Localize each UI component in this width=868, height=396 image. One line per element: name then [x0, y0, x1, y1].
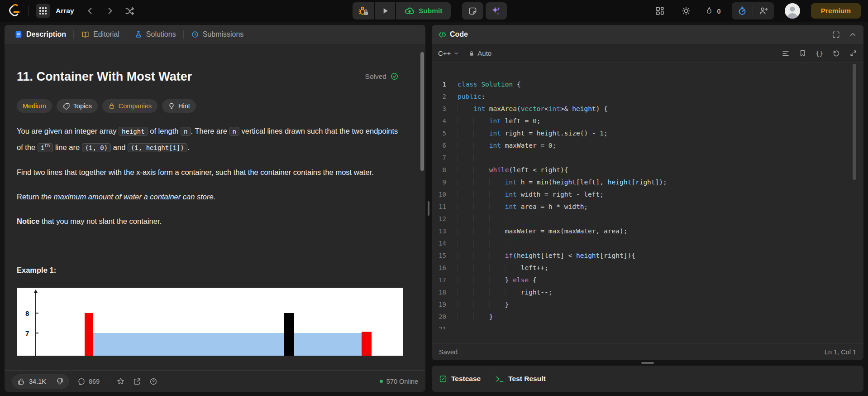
like-button[interactable]: 34.1K [17, 377, 46, 386]
debug-button[interactable] [353, 2, 374, 19]
format-code-button[interactable] [782, 49, 790, 58]
tag-row: Medium Topics Companies [17, 99, 405, 113]
reset-code-button[interactable] [832, 49, 840, 58]
hint-button[interactable]: Hint [162, 99, 196, 113]
stopwatch-icon [737, 6, 747, 16]
collaborate-button[interactable] [753, 2, 774, 19]
example-heading: Example 1: [17, 263, 405, 277]
share-button[interactable] [133, 377, 141, 386]
panel-resize-gutter[interactable] [425, 25, 432, 392]
code-line[interactable]: 12 [432, 213, 863, 225]
code-line[interactable]: 17 } else { [432, 274, 863, 286]
tab-submissions[interactable]: Submissions [188, 30, 247, 39]
fullscreen-icon [832, 30, 840, 39]
code-line[interactable]: 15 if(height[left] < height[right]){ [432, 250, 863, 262]
code-line[interactable]: 4 int left = 0; [432, 115, 863, 127]
layout-button[interactable] [652, 3, 668, 19]
check-circle-icon [390, 72, 399, 81]
chevron-left-icon [86, 6, 95, 15]
run-button[interactable] [375, 2, 395, 19]
code-line[interactable]: 13 maxWater = max(maxWater, area); [432, 225, 863, 237]
code-line[interactable]: 18 right--; [432, 286, 863, 299]
problem-paragraph: Find two lines that together with the x-… [17, 165, 405, 179]
language-selector[interactable]: C++ [438, 49, 459, 57]
code-line[interactable]: 16 left++; [432, 262, 863, 274]
code-line[interactable]: 10 int width = right - left; [432, 188, 863, 201]
leetcode-logo-icon[interactable] [7, 3, 21, 19]
play-icon [381, 6, 390, 15]
description-scrollbar[interactable] [420, 52, 424, 171]
console-resize-handle[interactable] [641, 362, 654, 364]
check-square-icon [439, 375, 447, 383]
submit-button[interactable]: Submit [396, 2, 451, 19]
collapse-panel-button[interactable] [849, 30, 857, 39]
companies-button[interactable]: Companies [102, 99, 157, 113]
person-add-icon [758, 6, 768, 16]
settings-button[interactable] [678, 3, 694, 19]
code-line[interactable]: 11 int area = h * width; [432, 201, 863, 213]
panel-resize-handle[interactable] [428, 201, 429, 216]
code-line[interactable]: 2public: [432, 91, 863, 103]
premium-button[interactable]: Premium [811, 3, 861, 19]
tab-test-result[interactable]: Test Result [496, 375, 545, 383]
tab-editorial[interactable]: Editorial [78, 30, 122, 39]
figure-y-axis [35, 292, 36, 356]
problem-paragraph: You are given an integer array height of… [17, 124, 405, 155]
bookmark-icon [799, 49, 806, 57]
problem-list-title[interactable]: Array [56, 7, 74, 15]
help-button[interactable] [149, 377, 157, 386]
favorite-button[interactable] [116, 377, 125, 386]
dislike-button[interactable] [56, 377, 64, 386]
figure-bar [85, 313, 93, 356]
code-panel: Code [432, 25, 863, 360]
streak-counter[interactable]: 0 [705, 6, 720, 15]
code-line[interactable]: 3 int maxArea(vector<int>& height) { [432, 103, 863, 115]
console-resize-gutter[interactable] [432, 360, 863, 366]
code-line[interactable]: 14 [432, 237, 863, 250]
bookmark-button[interactable] [799, 49, 806, 57]
line-number: 2 [432, 91, 446, 103]
code-panel-title: Code [450, 30, 468, 39]
code-line[interactable]: 6 int maxWater = 0; [432, 140, 863, 152]
code-line[interactable]: 9 int h = min(height[left], height[right… [432, 176, 863, 188]
editor-scrollbar[interactable] [853, 64, 856, 180]
prev-question-button[interactable] [82, 3, 98, 19]
code-editor[interactable]: 1class Solution {2public:3 int maxArea(v… [432, 63, 863, 329]
description-footer: 34.1K 869 [5, 370, 425, 392]
code-line[interactable]: 20 } [432, 311, 863, 323]
bracket-matching-button[interactable]: {} [816, 50, 823, 57]
random-question-button[interactable] [122, 3, 138, 19]
autocomplete-toggle[interactable]: Auto [468, 49, 491, 57]
lightbulb-icon [168, 102, 175, 110]
code-line[interactable]: 5 int right = height.size() - 1; [432, 127, 863, 140]
example-figure: 87 [17, 288, 403, 356]
timer-button[interactable] [732, 2, 753, 19]
problem-list-button[interactable] [36, 4, 50, 18]
page-title: 11. Container With Most Water [17, 68, 192, 85]
tab-testcase[interactable]: Testcase [439, 375, 481, 383]
next-question-button[interactable] [102, 3, 118, 19]
code-line[interactable]: 7 [432, 152, 863, 164]
figure-bar [362, 332, 372, 356]
fullscreen-button[interactable] [832, 30, 840, 39]
solved-label: Solved [365, 72, 386, 81]
align-lines-icon [782, 49, 790, 58]
topics-button[interactable]: Topics [57, 99, 98, 113]
tab-description[interactable]: Description [12, 30, 69, 39]
tab-solutions[interactable]: Solutions [132, 30, 179, 39]
save-status: Saved [439, 348, 458, 356]
difficulty-badge[interactable]: Medium [17, 99, 52, 113]
document-icon [14, 30, 23, 39]
code-line[interactable]: 19 } [432, 299, 863, 311]
code-line[interactable]: 1class Solution { [432, 78, 863, 91]
grid-icon [39, 7, 47, 15]
avatar[interactable] [785, 3, 800, 19]
notes-button[interactable] [462, 2, 483, 19]
line-number: 10 [432, 188, 446, 201]
code-line[interactable]: 21 [432, 323, 863, 329]
code-line[interactable]: 8 while(left < right){ [432, 164, 863, 176]
expand-editor-button[interactable] [849, 49, 857, 57]
figure-bar [284, 313, 294, 356]
ai-assistant-button[interactable] [486, 2, 507, 19]
comments-button[interactable]: 869 [77, 377, 100, 386]
